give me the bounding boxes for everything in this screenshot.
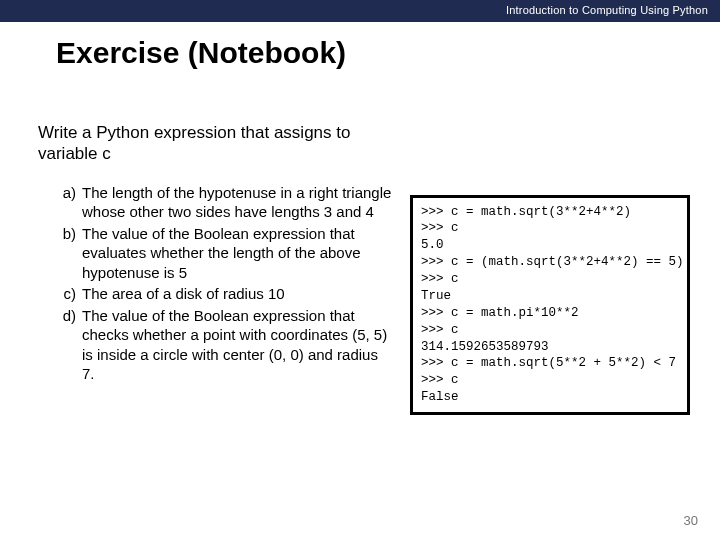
item-marker: b) [58, 224, 82, 283]
question-list: a) The length of the hypotenuse in a rig… [0, 183, 410, 416]
item-text: The value of the Boolean expression that… [82, 306, 392, 384]
code-column: >>> c = math.sqrt(3**2+4**2) >>> c 5.0 >… [410, 183, 690, 416]
page-title: Exercise (Notebook) [0, 22, 720, 70]
page-number: 30 [684, 513, 698, 528]
item-marker: d) [58, 306, 82, 384]
header-bar: Introduction to Computing Using Python [0, 0, 720, 22]
code-output: >>> c = math.sqrt(3**2+4**2) >>> c 5.0 >… [410, 195, 690, 416]
item-marker: c) [58, 284, 82, 304]
course-label: Introduction to Computing Using Python [506, 4, 708, 16]
exercise-prompt: Write a Python expression that assigns t… [0, 70, 400, 165]
list-item: a) The length of the hypotenuse in a rig… [58, 183, 392, 222]
list-item: d) The value of the Boolean expression t… [58, 306, 392, 384]
list-item: c) The area of a disk of radius 10 [58, 284, 392, 304]
content-columns: a) The length of the hypotenuse in a rig… [0, 165, 720, 416]
item-text: The value of the Boolean expression that… [82, 224, 392, 283]
list-item: b) The value of the Boolean expression t… [58, 224, 392, 283]
item-text: The area of a disk of radius 10 [82, 284, 392, 304]
item-marker: a) [58, 183, 82, 222]
item-text: The length of the hypotenuse in a right … [82, 183, 392, 222]
slide: Introduction to Computing Using Python E… [0, 0, 720, 540]
